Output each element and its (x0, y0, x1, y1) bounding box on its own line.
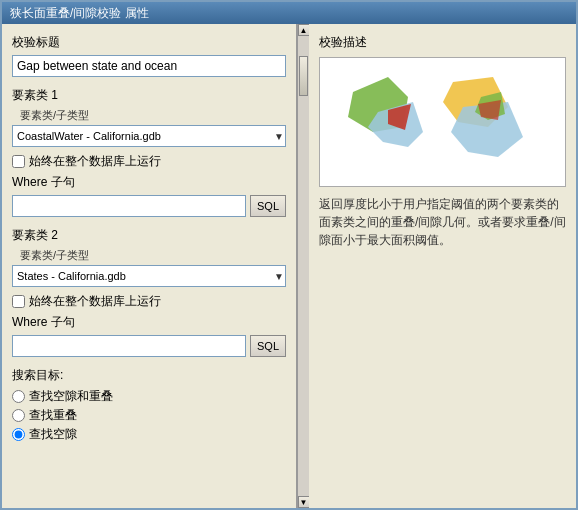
scroll-thumb[interactable] (299, 56, 308, 96)
scroll-up-arrow[interactable]: ▲ (298, 24, 310, 36)
feature2-select-wrapper: States - California.gdb ▼ (12, 265, 286, 287)
check-title-label: 校验标题 (12, 34, 286, 51)
radio2-row: 查找重叠 (12, 407, 286, 424)
feature2-checkbox-label: 始终在整个数据库上运行 (29, 293, 161, 310)
feature2-section: 要素类 2 要素类/子类型 States - California.gdb ▼ … (12, 227, 286, 357)
search-target-section: 搜索目标: 查找空隙和重叠 查找重叠 查找空隙 (12, 367, 286, 443)
radio1-label: 查找空隙和重叠 (29, 388, 113, 405)
feature2-sql-button[interactable]: SQL (250, 335, 286, 357)
title-bar: 狭长面重叠/间隙校验 属性 (2, 2, 576, 24)
radio1[interactable] (12, 390, 25, 403)
feature1-where-row: SQL (12, 195, 286, 217)
feature1-sub-label: 要素类/子类型 (12, 108, 286, 123)
check-title-input[interactable] (12, 55, 286, 77)
radio3[interactable] (12, 428, 25, 441)
preview-box (319, 57, 566, 187)
feature1-section: 要素类 1 要素类/子类型 CoastalWater - California.… (12, 87, 286, 217)
description-text: 返回厚度比小于用户指定阈值的两个要素类的面素类之间的重叠/间隙几何。或者要求重叠… (319, 195, 566, 249)
radio2-label: 查找重叠 (29, 407, 77, 424)
feature1-where-label: Where 子句 (12, 174, 286, 191)
right-panel: 校验描述 (309, 24, 576, 508)
radio3-row: 查找空隙 (12, 426, 286, 443)
feature2-where-label: Where 子句 (12, 314, 286, 331)
scroll-down-arrow[interactable]: ▼ (298, 496, 310, 508)
feature2-label: 要素类 2 (12, 227, 286, 244)
feature2-select[interactable]: States - California.gdb (12, 265, 286, 287)
feature1-checkbox[interactable] (12, 155, 25, 168)
feature1-checkbox-row: 始终在整个数据库上运行 (12, 153, 286, 170)
window-title: 狭长面重叠/间隙校验 属性 (10, 5, 568, 22)
feature1-select[interactable]: CoastalWater - California.gdb (12, 125, 286, 147)
main-window: 狭长面重叠/间隙校验 属性 校验标题 要素类 1 要素类/子类型 Coastal… (0, 0, 578, 510)
feature1-checkbox-label: 始终在整个数据库上运行 (29, 153, 161, 170)
feature1-where-input[interactable] (12, 195, 246, 217)
scroll-track[interactable] (298, 36, 309, 496)
feature1-label: 要素类 1 (12, 87, 286, 104)
search-target-label: 搜索目标: (12, 367, 286, 384)
feature2-sub-label: 要素类/子类型 (12, 248, 286, 263)
scrollbar[interactable]: ▲ ▼ (297, 24, 309, 508)
radio2[interactable] (12, 409, 25, 422)
feature2-where-row: SQL (12, 335, 286, 357)
radio1-row: 查找空隙和重叠 (12, 388, 286, 405)
left-panel: 校验标题 要素类 1 要素类/子类型 CoastalWater - Califo… (2, 24, 297, 508)
right-section-label: 校验描述 (319, 34, 566, 51)
feature2-checkbox[interactable] (12, 295, 25, 308)
feature1-sql-button[interactable]: SQL (250, 195, 286, 217)
preview-svg (333, 62, 553, 182)
feature2-checkbox-row: 始终在整个数据库上运行 (12, 293, 286, 310)
radio3-label: 查找空隙 (29, 426, 77, 443)
feature2-where-input[interactable] (12, 335, 246, 357)
feature1-select-wrapper: CoastalWater - California.gdb ▼ (12, 125, 286, 147)
